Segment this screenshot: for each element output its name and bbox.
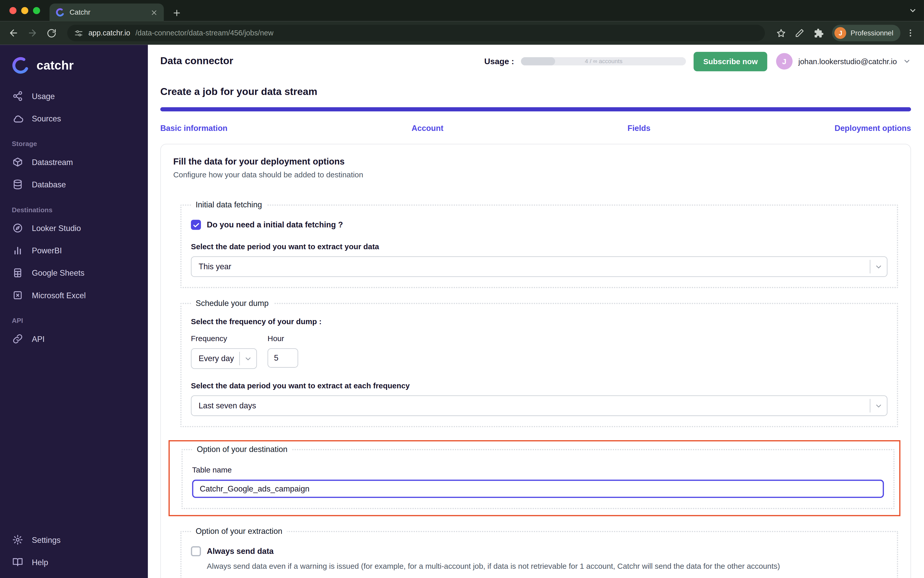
step-deployment-options[interactable]: Deployment options: [835, 124, 911, 132]
subscribe-now-button[interactable]: Subscribe now: [694, 52, 767, 71]
stepper-progress-bar: [160, 107, 911, 111]
tab-title: Catchr: [70, 8, 146, 16]
frequency-select[interactable]: Every day: [191, 348, 257, 369]
sidebar-item-label: Looker Studio: [32, 224, 81, 232]
pen-icon[interactable]: [791, 24, 809, 42]
card-subtitle: Configure how your data should be added …: [173, 170, 898, 179]
chevron-down-icon: [240, 354, 256, 363]
sidebar-item-label: Google Sheets: [32, 268, 84, 277]
fieldset-legend: Option of your extraction: [191, 527, 287, 536]
spreadsheet-icon: [12, 267, 24, 279]
forward-button[interactable]: [24, 24, 41, 42]
sidebar-item-label: Microsoft Excel: [32, 291, 86, 300]
sidebar-item-database[interactable]: Database: [0, 173, 148, 196]
initial-fetching-check-row: Do you need a initial data fetching ?: [191, 220, 888, 230]
sidebar-item-microsoft-excel[interactable]: Microsoft Excel: [0, 284, 148, 307]
link-icon: [12, 333, 24, 345]
sidebar-footer: Settings Help: [0, 528, 148, 573]
url-host: app.catchr.io: [88, 29, 130, 37]
checkbox-label: Do you need a initial data fetching ?: [207, 221, 343, 229]
tab-search-chevron-icon[interactable]: [909, 6, 917, 15]
sidebar-section-api: API: [0, 307, 148, 328]
catchr-favicon-icon: [55, 8, 65, 17]
destination-options-fieldset: Option of your destination Table name: [182, 445, 895, 509]
sidebar-item-label: PowerBI: [32, 246, 62, 255]
cloud-icon: [12, 113, 24, 125]
sidebar-item-usage[interactable]: Usage: [0, 85, 148, 107]
back-button[interactable]: [5, 24, 22, 42]
sidebar-item-label: Help: [32, 558, 48, 567]
sidebar-item-looker-studio[interactable]: Looker Studio: [0, 217, 148, 239]
app-shell: catchr Usage Sources Storage Datastream: [0, 45, 924, 578]
gear-icon: [12, 534, 24, 546]
catchr-logo-icon: [11, 55, 31, 75]
hour-input[interactable]: [268, 348, 298, 368]
cube-icon: [12, 156, 24, 168]
date-period-label: Select the date period you want to extra…: [191, 242, 888, 251]
url-bar[interactable]: app.catchr.io/data-connector/data-stream…: [67, 24, 765, 41]
select-value: Every day: [192, 354, 239, 363]
zoom-window-button[interactable]: [33, 7, 40, 15]
checkbox-label: Always send data: [207, 547, 274, 556]
browser-profile-chip[interactable]: J Professionnel: [832, 24, 900, 41]
fieldset-legend: Option of your destination: [192, 445, 292, 453]
step-account[interactable]: Account: [412, 124, 443, 132]
step-fields[interactable]: Fields: [628, 124, 651, 132]
sidebar-item-label: Datastream: [32, 157, 73, 166]
schedule-period-select[interactable]: Last seven days: [191, 396, 888, 416]
sidebar-item-label: API: [32, 334, 45, 343]
bookmark-star-icon[interactable]: [772, 24, 790, 42]
tab-close-icon[interactable]: [150, 8, 158, 16]
hour-label: Hour: [268, 334, 298, 343]
destination-highlight-box: Option of your destination Table name: [169, 440, 901, 516]
extensions-puzzle-icon[interactable]: [810, 24, 828, 42]
minimize-window-button[interactable]: [21, 7, 29, 15]
account-menu[interactable]: J johan.lookerstudio@catchr.io: [776, 53, 911, 70]
sidebar-item-help[interactable]: Help: [0, 551, 148, 573]
browser-menu-icon[interactable]: [902, 24, 919, 42]
sidebar-section-storage: Storage: [0, 130, 148, 151]
sidebar-item-google-sheets[interactable]: Google Sheets: [0, 261, 148, 284]
usage-meter-text: 4 / ∞ accounts: [521, 57, 686, 65]
deployment-options-card: Fill the data for your deployment option…: [160, 144, 911, 578]
sidebar-item-api[interactable]: API: [0, 328, 148, 350]
table-name-input[interactable]: [192, 480, 884, 498]
new-tab-button[interactable]: [172, 8, 182, 18]
always-send-data-checkbox[interactable]: [191, 546, 201, 556]
stepper: Basic information Account Fields Deploym…: [160, 124, 911, 132]
sidebar-item-settings[interactable]: Settings: [0, 528, 148, 551]
sidebar: catchr Usage Sources Storage Datastream: [0, 45, 148, 578]
browser-tab[interactable]: Catchr: [50, 3, 164, 21]
table-name-label: Table name: [192, 466, 884, 474]
select-value: Last seven days: [192, 401, 870, 410]
chevron-down-icon: [870, 402, 887, 410]
sidebar-item-powerbi[interactable]: PowerBI: [0, 239, 148, 261]
bar-chart-icon: [12, 245, 24, 257]
browser-window: Catchr app.catchr.io/data-connector/data…: [0, 0, 924, 578]
date-period-select[interactable]: This year: [191, 257, 888, 277]
sidebar-item-sources[interactable]: Sources: [0, 107, 148, 130]
sidebar-item-label: Settings: [32, 536, 60, 544]
book-icon: [12, 556, 24, 568]
usage-label: Usage :: [484, 57, 514, 66]
sidebar-item-datastream[interactable]: Datastream: [0, 151, 148, 173]
brand[interactable]: catchr: [0, 52, 148, 85]
usage-meter: 4 / ∞ accounts: [521, 57, 686, 65]
close-window-button[interactable]: [10, 7, 17, 15]
database-icon: [12, 179, 24, 190]
frequency-question: Select the frequency of your dump :: [191, 317, 888, 326]
initial-fetching-checkbox[interactable]: [191, 220, 201, 230]
frequency-column: Frequency Every day: [191, 334, 257, 369]
card-title: Fill the data for your deployment option…: [173, 156, 898, 166]
sidebar-section-destinations: Destinations: [0, 196, 148, 217]
reload-button[interactable]: [42, 24, 60, 42]
chevron-down-icon: [903, 57, 911, 65]
frequency-label: Frequency: [191, 334, 257, 343]
browser-profile-avatar: J: [835, 27, 846, 39]
main-header: Data connector Usage : 4 / ∞ accounts Su…: [148, 45, 924, 78]
step-basic-information[interactable]: Basic information: [160, 124, 227, 132]
site-settings-icon[interactable]: [74, 29, 83, 37]
sidebar-item-label: Sources: [32, 114, 61, 123]
hour-column: Hour: [268, 334, 298, 369]
avatar: J: [776, 53, 792, 70]
